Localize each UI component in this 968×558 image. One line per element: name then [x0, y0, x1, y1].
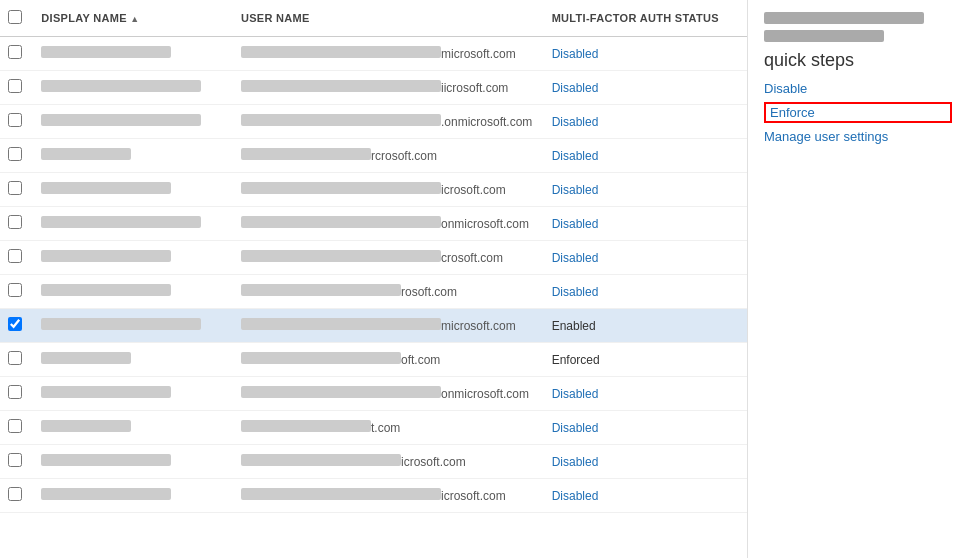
- row-checkbox[interactable]: [8, 351, 22, 365]
- status-badge: Disabled: [552, 421, 599, 435]
- domain-text: iicrosoft.com: [441, 81, 508, 95]
- quick-steps-title: quick steps: [764, 50, 952, 71]
- table-row[interactable]: icrosoft.comDisabled: [0, 173, 747, 207]
- table-row[interactable]: t.comDisabled: [0, 411, 747, 445]
- row-checkbox-cell[interactable]: [0, 71, 33, 105]
- display-name-blur: [41, 352, 131, 364]
- quick-steps-panel: quick steps Disable Enforce Manage user …: [748, 0, 968, 558]
- row-checkbox[interactable]: [8, 215, 22, 229]
- mfa-status-cell: Disabled: [544, 105, 747, 139]
- username-blur: [241, 420, 371, 432]
- table-row[interactable]: oft.comEnforced: [0, 343, 747, 377]
- display-name-cell: [33, 479, 233, 513]
- username-cell: crosoft.com: [233, 241, 544, 275]
- table-row[interactable]: rcrosoft.comDisabled: [0, 139, 747, 173]
- mfa-status-cell: Disabled: [544, 241, 747, 275]
- status-badge: Disabled: [552, 81, 599, 95]
- select-all-checkbox[interactable]: [8, 10, 22, 24]
- row-checkbox-cell[interactable]: [0, 411, 33, 445]
- row-checkbox[interactable]: [8, 79, 22, 93]
- display-name-cell: [33, 241, 233, 275]
- display-name-header[interactable]: DISPLAY NAME: [33, 0, 233, 37]
- status-badge: Disabled: [552, 455, 599, 469]
- row-checkbox-cell[interactable]: [0, 207, 33, 241]
- row-checkbox-cell[interactable]: [0, 105, 33, 139]
- table-row[interactable]: onmicrosoft.comDisabled: [0, 377, 747, 411]
- domain-text: onmicrosoft.com: [441, 387, 529, 401]
- table-row[interactable]: .onmicrosoft.comDisabled: [0, 105, 747, 139]
- display-name-blur: [41, 284, 171, 296]
- row-checkbox[interactable]: [8, 487, 22, 501]
- username-blur: [241, 114, 441, 126]
- table-row[interactable]: crosoft.comDisabled: [0, 241, 747, 275]
- status-badge: Disabled: [552, 149, 599, 163]
- row-checkbox-cell[interactable]: [0, 139, 33, 173]
- table-row[interactable]: icrosoft.comDisabled: [0, 445, 747, 479]
- domain-text: crosoft.com: [441, 251, 503, 265]
- row-checkbox-cell[interactable]: [0, 241, 33, 275]
- disable-link[interactable]: Disable: [764, 81, 952, 96]
- row-checkbox-cell[interactable]: [0, 173, 33, 207]
- table-row[interactable]: microsoft.comEnabled: [0, 309, 747, 343]
- user-name-label: USER NAME: [241, 12, 310, 24]
- row-checkbox[interactable]: [8, 147, 22, 161]
- mfa-status-cell: Disabled: [544, 479, 747, 513]
- row-checkbox[interactable]: [8, 453, 22, 467]
- row-checkbox[interactable]: [8, 113, 22, 127]
- display-name-cell: [33, 207, 233, 241]
- row-checkbox-cell[interactable]: [0, 377, 33, 411]
- manage-user-settings-link[interactable]: Manage user settings: [764, 129, 952, 144]
- domain-text: oft.com: [401, 353, 440, 367]
- row-checkbox[interactable]: [8, 181, 22, 195]
- user-name-header[interactable]: USER NAME: [233, 0, 544, 37]
- row-checkbox-cell[interactable]: [0, 37, 33, 71]
- mfa-status-cell: Disabled: [544, 173, 747, 207]
- domain-text: icrosoft.com: [441, 489, 506, 503]
- display-name-blur: [41, 250, 171, 262]
- table-row[interactable]: icrosoft.comDisabled: [0, 479, 747, 513]
- status-badge: Disabled: [552, 489, 599, 503]
- username-blur: [241, 250, 441, 262]
- enforce-link[interactable]: Enforce: [764, 102, 952, 123]
- row-checkbox-cell[interactable]: [0, 343, 33, 377]
- status-badge: Disabled: [552, 183, 599, 197]
- row-checkbox[interactable]: [8, 419, 22, 433]
- main-container: DISPLAY NAME USER NAME MULTI-FACTOR AUTH…: [0, 0, 968, 558]
- username-blur: [241, 182, 441, 194]
- select-all-header[interactable]: [0, 0, 33, 37]
- row-checkbox[interactable]: [8, 385, 22, 399]
- mfa-status-cell: Disabled: [544, 71, 747, 105]
- mfa-status-cell: Disabled: [544, 411, 747, 445]
- selected-user-info: [764, 12, 952, 42]
- row-checkbox[interactable]: [8, 283, 22, 297]
- mfa-status-cell: Disabled: [544, 37, 747, 71]
- quick-steps-links: Disable Enforce Manage user settings: [764, 81, 952, 144]
- table-row[interactable]: onmicrosoft.comDisabled: [0, 207, 747, 241]
- row-checkbox-cell[interactable]: [0, 445, 33, 479]
- display-name-blur: [41, 46, 171, 58]
- mfa-status-cell: Enabled: [544, 309, 747, 343]
- display-name-blur: [41, 454, 171, 466]
- mfa-status-cell: Disabled: [544, 377, 747, 411]
- row-checkbox[interactable]: [8, 249, 22, 263]
- row-checkbox-cell[interactable]: [0, 275, 33, 309]
- username-cell: icrosoft.com: [233, 445, 544, 479]
- display-name-blur: [41, 420, 131, 432]
- table-row[interactable]: microsoft.comDisabled: [0, 37, 747, 71]
- display-name-cell: [33, 275, 233, 309]
- domain-text: .onmicrosoft.com: [441, 115, 532, 129]
- row-checkbox-cell[interactable]: [0, 479, 33, 513]
- username-blur: [241, 46, 441, 58]
- domain-text: rosoft.com: [401, 285, 457, 299]
- display-name-cell: [33, 71, 233, 105]
- users-table: DISPLAY NAME USER NAME MULTI-FACTOR AUTH…: [0, 0, 747, 513]
- row-checkbox[interactable]: [8, 317, 22, 331]
- users-table-section: DISPLAY NAME USER NAME MULTI-FACTOR AUTH…: [0, 0, 748, 558]
- display-name-cell: [33, 37, 233, 71]
- table-row[interactable]: iicrosoft.comDisabled: [0, 71, 747, 105]
- username-blur: [241, 216, 441, 228]
- row-checkbox-cell[interactable]: [0, 309, 33, 343]
- row-checkbox[interactable]: [8, 45, 22, 59]
- username-cell: iicrosoft.com: [233, 71, 544, 105]
- table-row[interactable]: rosoft.comDisabled: [0, 275, 747, 309]
